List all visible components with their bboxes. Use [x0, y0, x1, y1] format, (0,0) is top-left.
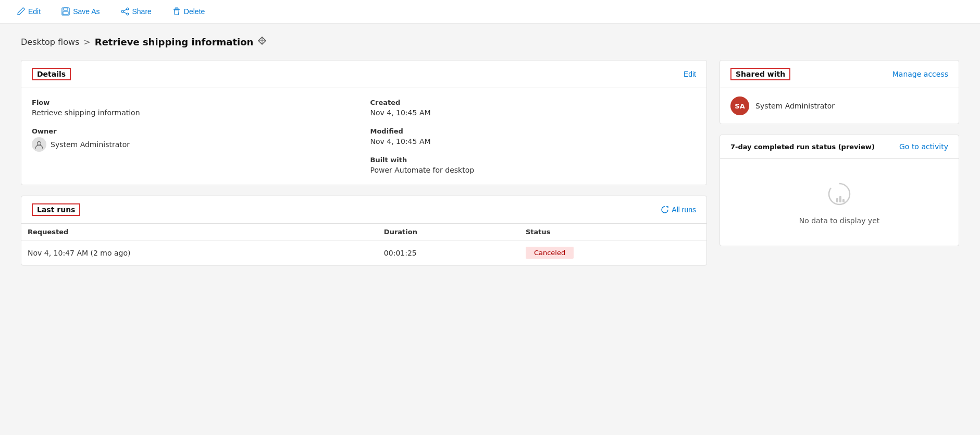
user-name: System Administrator — [755, 102, 835, 110]
runs-table: Requested Duration Status Nov 4, 10:47 A… — [21, 224, 706, 265]
svg-rect-9 — [173, 9, 180, 10]
save-as-icon — [61, 7, 70, 16]
details-edit-button[interactable]: Edit — [684, 70, 696, 78]
main-content: Desktop flows > Retrieve shipping inform… — [0, 23, 980, 278]
last-runs-card: Last runs All runs Requested — [21, 196, 707, 265]
no-data-icon — [825, 179, 854, 210]
last-runs-body: Requested Duration Status Nov 4, 10:47 A… — [21, 224, 706, 265]
last-runs-card-header: Last runs All runs — [21, 196, 706, 224]
right-panel: Shared with Manage access SA System Admi… — [720, 60, 959, 246]
breadcrumb-parent[interactable]: Desktop flows — [21, 37, 79, 47]
modified-value: Nov 4, 10:45 AM — [370, 137, 697, 146]
created-detail: Created Nov 4, 10:45 AM — [370, 99, 697, 117]
activity-header: 7-day completed run status (preview) Go … — [720, 135, 959, 159]
activity-body: No data to display yet — [720, 159, 959, 246]
svg-rect-1 — [64, 8, 68, 10]
svg-point-5 — [121, 10, 123, 13]
runs-table-header-row: Requested Duration Status — [21, 224, 706, 240]
cell-status: Canceled — [519, 240, 706, 265]
edit-button[interactable]: Edit — [13, 5, 45, 18]
activity-card: 7-day completed run status (preview) Go … — [720, 135, 959, 246]
all-runs-button[interactable]: All runs — [661, 206, 696, 214]
owner-avatar — [32, 137, 46, 152]
svg-rect-14 — [836, 198, 838, 202]
svg-line-6 — [123, 9, 127, 11]
details-card-header: Details Edit — [21, 61, 706, 88]
delete-button[interactable]: Delete — [168, 5, 209, 18]
save-as-button[interactable]: Save As — [57, 5, 104, 18]
flow-value: Retrieve shipping information — [32, 108, 358, 117]
owner-label: Owner — [32, 127, 358, 135]
share-button[interactable]: Share — [117, 5, 156, 18]
go-to-activity-button[interactable]: Go to activity — [899, 142, 948, 151]
svg-rect-2 — [63, 11, 68, 15]
shared-with-header: Shared with Manage access — [720, 61, 959, 88]
cell-duration: 00:01:25 — [378, 240, 519, 265]
user-avatar: SA — [730, 96, 749, 115]
details-card: Details Edit Flow Retrieve shipping info… — [21, 60, 707, 185]
shared-with-title: Shared with — [730, 68, 790, 80]
details-right-col: Created Nov 4, 10:45 AM Modified Nov 4, … — [370, 99, 697, 174]
col-status: Status — [519, 224, 706, 240]
manage-access-button[interactable]: Manage access — [892, 70, 948, 78]
svg-rect-8 — [175, 8, 178, 9]
shared-with-card: Shared with Manage access SA System Admi… — [720, 60, 959, 124]
refresh-icon — [661, 206, 668, 213]
activity-title: 7-day completed run status (preview) — [730, 143, 875, 151]
modified-label: Modified — [370, 127, 697, 135]
svg-point-3 — [127, 8, 129, 10]
svg-rect-16 — [842, 199, 845, 202]
toolbar: Edit Save As Share Delete — [0, 0, 980, 23]
modified-detail: Modified Nov 4, 10:45 AM — [370, 127, 697, 146]
built-with-value: Power Automate for desktop — [370, 166, 697, 174]
flow-label: Flow — [32, 99, 358, 106]
cell-requested: Nov 4, 10:47 AM (2 mo ago) — [21, 240, 378, 265]
last-runs-title: Last runs — [32, 203, 80, 216]
diamond-icon — [257, 36, 267, 47]
no-data-text: No data to display yet — [799, 216, 880, 225]
status-badge: Canceled — [526, 247, 574, 259]
breadcrumb: Desktop flows > Retrieve shipping inform… — [21, 36, 959, 47]
col-requested: Requested — [21, 224, 378, 240]
owner-value: System Administrator — [51, 140, 130, 149]
details-card-body: Flow Retrieve shipping information Owner — [21, 88, 706, 185]
svg-rect-15 — [839, 196, 841, 202]
details-title: Details — [32, 68, 71, 80]
shared-with-body: SA System Administrator — [720, 88, 959, 124]
edit-icon — [17, 7, 25, 16]
owner-row: System Administrator — [32, 137, 358, 152]
built-with-label: Built with — [370, 156, 697, 164]
breadcrumb-separator: > — [83, 37, 90, 47]
details-grid: Flow Retrieve shipping information Owner — [32, 99, 696, 174]
flow-detail: Flow Retrieve shipping information — [32, 99, 358, 117]
breadcrumb-current: Retrieve shipping information — [95, 37, 254, 47]
owner-detail: Owner System Administrator — [32, 127, 358, 152]
delete-icon — [172, 7, 181, 16]
details-left-col: Flow Retrieve shipping information Owner — [32, 99, 358, 174]
shared-user-row: SA System Administrator — [730, 96, 948, 115]
content-layout: Details Edit Flow Retrieve shipping info… — [21, 60, 959, 265]
svg-line-7 — [123, 12, 127, 14]
created-label: Created — [370, 99, 697, 106]
created-value: Nov 4, 10:45 AM — [370, 108, 697, 117]
left-panel: Details Edit Flow Retrieve shipping info… — [21, 60, 707, 265]
built-with-detail: Built with Power Automate for desktop — [370, 156, 697, 174]
table-row: Nov 4, 10:47 AM (2 mo ago) 00:01:25 Canc… — [21, 240, 706, 265]
svg-point-4 — [127, 13, 129, 15]
col-duration: Duration — [378, 224, 519, 240]
share-icon — [121, 7, 129, 16]
